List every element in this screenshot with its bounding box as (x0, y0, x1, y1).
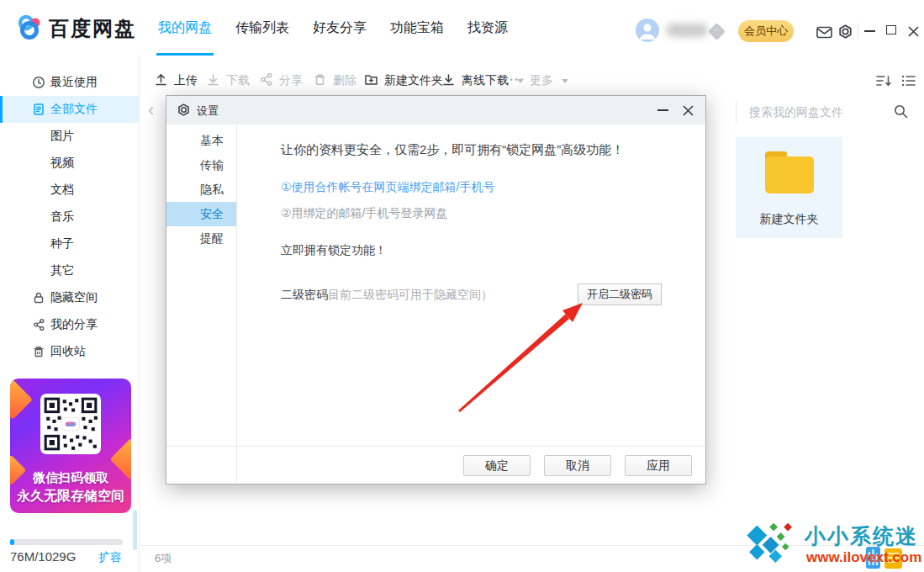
dialog-nav-reminder[interactable]: 提醒 (166, 226, 236, 251)
header-divider (858, 24, 858, 39)
back-chevron-icon[interactable]: ‹ (148, 99, 154, 121)
security-heading: 让你的资料更安全，仅需2步，即可拥有“锁定网盘”高级功能！ (281, 142, 624, 158)
settings-gear-icon (177, 103, 190, 119)
security-step1-link[interactable]: ①使用合作帐号在网页端绑定邮箱/手机号 (281, 180, 494, 195)
sidebar-item-my-shares[interactable]: 我的分享 (0, 311, 140, 338)
site-watermark: 小小系统迷 www.ilovext.com (744, 517, 924, 572)
avatar[interactable] (636, 19, 659, 42)
vip-level-badge[interactable]: ﹀ (708, 23, 726, 40)
settings-gear-icon[interactable] (838, 24, 853, 42)
dialog-nav-privacy[interactable]: 隐私 (166, 177, 236, 202)
trash-icon (313, 72, 327, 89)
baidu-netdisk-logo-icon (15, 13, 47, 45)
username-blurred (666, 24, 708, 37)
tab-toolbox[interactable]: 功能宝箱 (390, 0, 444, 56)
offline-download-icon (441, 72, 456, 89)
qr-code (40, 394, 101, 458)
search-icon[interactable] (894, 104, 908, 122)
dialog-titlebar: 设置 (166, 96, 705, 124)
more-dots-icon (509, 72, 524, 89)
sidebar-item-all-files[interactable]: 全部文件 (0, 96, 140, 123)
security-step2-text: ②用绑定的邮箱/手机号登录网盘 (281, 206, 447, 221)
file-item-folder[interactable]: 新建文件夹 (736, 137, 842, 238)
tab-find-resources[interactable]: 找资源 (467, 0, 508, 56)
sidebar-item-documents[interactable]: 文档 (0, 177, 140, 204)
main-tabs: 我的网盘 传输列表 好友分享 功能宝箱 找资源 (158, 0, 508, 56)
promo-text-line1: 微信扫码领取 (10, 470, 131, 486)
sidebar: 最近使用 全部文件 图片 视频 文档 音乐 种子 其它 隐藏空间 我的分享 (0, 56, 140, 572)
more-button[interactable]: 更多 (509, 67, 568, 94)
sidebar-item-others[interactable]: 其它 (0, 257, 140, 284)
dialog-footer-divider (166, 446, 705, 447)
sidebar-item-torrents[interactable]: 种子 (0, 230, 140, 257)
cancel-button[interactable]: 取消 (544, 455, 611, 476)
sidebar-item-hidden-space[interactable]: 隐藏空间 (0, 284, 140, 311)
folder-name: 新建文件夹 (736, 212, 842, 227)
share-button[interactable]: 分享 (259, 67, 303, 94)
apply-button[interactable]: 应用 (625, 455, 692, 476)
wechat-qr-promo-banner[interactable]: 微信扫码领取 永久无限存储空间 (10, 379, 131, 513)
promo-text-line2: 永久无限存储空间 (10, 488, 131, 506)
lock-icon (32, 291, 45, 305)
document-icon (32, 103, 45, 116)
new-folder-icon (364, 72, 378, 89)
dialog-nav-security[interactable]: 安全 (166, 202, 236, 226)
sidebar-item-recycle-bin[interactable]: 回收站 (0, 338, 140, 365)
expand-storage-link[interactable]: 扩容 (98, 550, 122, 565)
window-close-button[interactable] (908, 25, 919, 40)
dialog-minimize-button[interactable] (657, 109, 668, 111)
sort-order-icon[interactable] (876, 74, 891, 91)
list-view-icon[interactable] (901, 74, 916, 91)
promo-diamond-decor (10, 379, 33, 420)
tab-transfer-list[interactable]: 传输列表 (235, 0, 289, 56)
ok-button[interactable]: 确定 (463, 455, 531, 476)
items-count: 6项 (155, 551, 172, 566)
download-button[interactable]: 下载 (206, 67, 250, 94)
window-maximize-button[interactable] (886, 25, 896, 34)
dialog-nav-basic[interactable]: 基本 (166, 129, 236, 153)
share-icon (259, 72, 273, 89)
sidebar-scrollbar-thumb[interactable] (133, 510, 137, 550)
search-divider (736, 101, 737, 124)
dialog-close-button[interactable] (683, 104, 694, 119)
sidebar-item-pictures[interactable]: 图片 (0, 123, 140, 150)
tab-friend-share[interactable]: 好友分享 (313, 0, 367, 56)
secondary-password-note: （目前二级密码可用于隐藏空间） (316, 288, 493, 303)
app-title: 百度网盘 (49, 15, 136, 42)
window-minimize-button[interactable] (864, 30, 875, 32)
upload-icon (154, 72, 168, 89)
storage-quota-bar[interactable] (10, 539, 123, 545)
security-cta-text: 立即拥有锁定功能！ (281, 243, 387, 258)
watermark-url: www.ilovext.com (806, 549, 921, 566)
mail-icon[interactable] (816, 26, 832, 42)
clock-icon (32, 76, 45, 89)
settings-dialog: 设置 基本 传输 隐私 安全 提醒 让你的资料更安全，仅需2步，即可拥有“锁定网… (166, 95, 706, 485)
share-icon (32, 318, 45, 331)
watermark-title: 小小系统迷 (805, 522, 918, 550)
download-icon (206, 72, 220, 89)
new-folder-button[interactable]: 新建文件夹 (364, 67, 443, 94)
folder-icon (765, 151, 814, 193)
storage-usage-text: 76M/1029G (10, 549, 76, 564)
sidebar-item-music[interactable]: 音乐 (0, 204, 140, 230)
watermark-diamonds-logo (744, 517, 800, 569)
search-input[interactable] (749, 99, 882, 124)
sidebar-item-recent[interactable]: 最近使用 (0, 69, 140, 96)
app-header: 百度网盘 我的网盘 传输列表 好友分享 功能宝箱 找资源 ﹀ 会员中心 (0, 0, 924, 56)
vip-center-button[interactable]: 会员中心 (738, 20, 794, 42)
tab-my-drive[interactable]: 我的网盘 (158, 0, 212, 56)
delete-button[interactable]: 删除 (313, 67, 356, 94)
enable-secondary-password-button[interactable]: 开启二级密码 (578, 283, 662, 305)
dialog-title: 设置 (197, 103, 219, 119)
storage-quota-fill (10, 539, 14, 545)
sidebar-nav: 最近使用 全部文件 图片 视频 文档 音乐 种子 其它 隐藏空间 我的分享 (0, 69, 140, 365)
dialog-nav: 基本 传输 隐私 安全 提醒 (166, 124, 237, 484)
sidebar-item-videos[interactable]: 视频 (0, 150, 140, 177)
upload-button[interactable]: 上传 (154, 67, 198, 94)
chevron-down-icon (562, 79, 568, 83)
dialog-nav-transfer[interactable]: 传输 (166, 153, 236, 177)
trash-icon (32, 345, 45, 358)
